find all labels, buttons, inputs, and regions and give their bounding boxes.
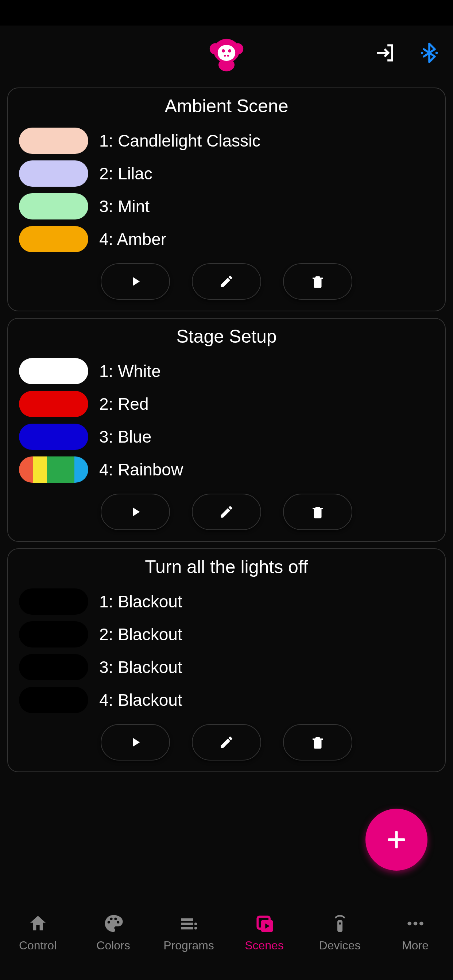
play-button[interactable] [100, 494, 170, 530]
scene-row[interactable]: 2: Red [19, 391, 434, 417]
scene-title: Stage Setup [19, 326, 434, 347]
tab-label: Programs [163, 939, 214, 952]
scene-row-label: 1: Candlelight Classic [99, 131, 260, 151]
svg-point-9 [421, 52, 423, 54]
svg-point-22 [419, 922, 423, 926]
scene-row[interactable]: 1: Candlelight Classic [19, 127, 434, 154]
scene-row[interactable]: 4: Rainbow [19, 457, 434, 483]
scene-row-label: 4: Blackout [99, 690, 182, 710]
dots-icon [405, 913, 426, 934]
svg-rect-12 [181, 923, 193, 925]
scene-card: Stage Setup 1: White 2: Red 3: Blue [7, 318, 446, 542]
remote-icon [329, 913, 351, 934]
scenes-icon [254, 913, 275, 934]
tab-scenes[interactable]: Scenes [226, 913, 302, 952]
scene-row-label: 3: Blackout [99, 657, 182, 677]
color-swatch [19, 654, 88, 680]
color-swatch [19, 193, 88, 220]
tab-label: More [402, 939, 429, 952]
scene-title: Ambient Scene [19, 95, 434, 117]
tab-programs[interactable]: Programs [151, 913, 226, 952]
color-swatch [19, 226, 88, 252]
home-icon [27, 913, 49, 934]
tab-more[interactable]: More [378, 913, 453, 952]
tab-colors[interactable]: Colors [75, 913, 151, 952]
color-swatch [19, 621, 88, 648]
color-swatch [19, 358, 88, 384]
status-bar-spacer [0, 0, 453, 25]
svg-point-19 [338, 923, 341, 924]
delete-button[interactable] [283, 494, 353, 530]
svg-rect-11 [181, 918, 193, 921]
tab-control[interactable]: Control [0, 913, 75, 952]
scene-row-label: 1: Blackout [99, 592, 182, 611]
palette-icon [102, 913, 124, 934]
scene-row-label: 3: Mint [99, 197, 150, 216]
svg-point-20 [407, 922, 412, 926]
scene-row-label: 3: Blue [99, 427, 152, 447]
scene-row[interactable]: 3: Blackout [19, 654, 434, 680]
scene-row[interactable]: 4: Blackout [19, 687, 434, 713]
svg-point-14 [194, 923, 196, 925]
play-button[interactable] [100, 724, 170, 760]
edit-button[interactable] [192, 494, 261, 530]
list-icon [178, 913, 200, 934]
svg-rect-18 [337, 920, 343, 932]
scene-row[interactable]: 2: Blackout [19, 621, 434, 648]
tab-label: Control [19, 939, 57, 952]
svg-point-6 [228, 49, 231, 52]
scene-row[interactable]: 3: Blue [19, 424, 434, 450]
svg-point-5 [222, 49, 225, 52]
tab-devices[interactable]: Devices [302, 913, 378, 952]
delete-button[interactable] [283, 724, 353, 760]
edit-button[interactable] [192, 724, 261, 760]
scene-row[interactable]: 4: Amber [19, 226, 434, 252]
bottom-tab-bar: Control Colors Programs Scenes Devices [0, 904, 453, 980]
color-swatch [19, 127, 88, 154]
delete-button[interactable] [283, 263, 353, 300]
color-swatch [19, 589, 88, 615]
scene-row[interactable]: 1: Blackout [19, 589, 434, 615]
scenes-list: Ambient Scene 1: Candlelight Classic 2: … [0, 80, 453, 904]
scene-row[interactable]: 1: White [19, 358, 434, 384]
svg-point-4 [218, 45, 235, 61]
scene-row[interactable]: 3: Mint [19, 193, 434, 220]
color-swatch [19, 161, 88, 187]
bluetooth-icon[interactable] [416, 40, 442, 65]
tab-label: Devices [319, 939, 361, 952]
svg-point-15 [194, 927, 196, 929]
scene-row-label: 1: White [99, 361, 161, 381]
color-swatch [19, 424, 88, 450]
app-header [0, 25, 453, 80]
scene-title: Turn all the lights off [19, 556, 434, 578]
scene-row-label: 4: Rainbow [99, 460, 183, 479]
color-swatch-rainbow [19, 457, 88, 483]
color-swatch [19, 391, 88, 417]
svg-point-21 [413, 922, 417, 926]
svg-rect-13 [181, 927, 193, 929]
scene-row-label: 2: Blackout [99, 625, 182, 644]
tab-label: Scenes [245, 939, 284, 952]
login-icon[interactable] [373, 40, 398, 65]
svg-point-10 [435, 52, 438, 54]
scene-row-label: 2: Lilac [99, 164, 152, 183]
edit-button[interactable] [192, 263, 261, 300]
color-swatch [19, 687, 88, 713]
scene-card: Ambient Scene 1: Candlelight Classic 2: … [7, 88, 446, 311]
scene-row-label: 4: Amber [99, 229, 166, 249]
tab-label: Colors [96, 939, 130, 952]
svg-point-7 [224, 55, 226, 57]
add-scene-button[interactable] [365, 809, 427, 870]
scene-row-label: 2: Red [99, 394, 149, 414]
play-button[interactable] [100, 263, 170, 300]
svg-point-8 [227, 55, 230, 57]
app-logo-monkey-icon [206, 33, 247, 73]
scene-card: Turn all the lights off 1: Blackout 2: B… [7, 548, 446, 772]
scene-row[interactable]: 2: Lilac [19, 161, 434, 187]
